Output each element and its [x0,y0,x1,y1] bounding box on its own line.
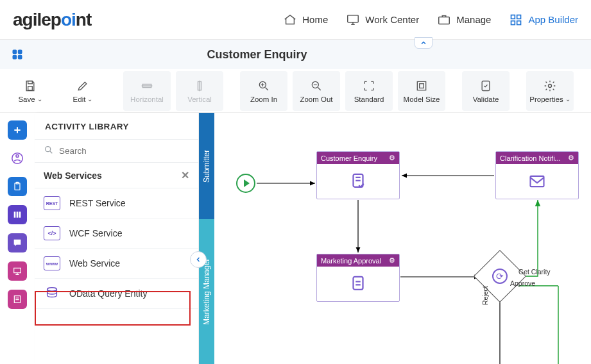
process-canvas[interactable]: Submitter Marketing Manager Cu [199,113,591,364]
activity-label: OData Query Entity [69,288,147,299]
svg-rect-8 [13,55,17,60]
rail-add-button[interactable] [8,120,27,140]
activity-library-panel: ACTIVITY LIBRARY Web Services ✕ REST RES… [35,113,199,364]
apps-grid-button[interactable] [9,46,26,63]
nav-app-builder[interactable]: App Builder [509,13,578,27]
rail-doc-button[interactable] [8,290,27,309]
svg-rect-1 [439,17,450,24]
activity-rest-service[interactable]: REST REST Service [35,188,198,219]
zoom-standard-button[interactable]: Standard [345,71,393,111]
tool-label: Validate [473,95,499,103]
sidebar-title: ACTIVITY LIBRARY [35,113,198,139]
nav-manage[interactable]: Manage [437,13,491,27]
standard-icon [362,79,376,93]
svg-point-29 [47,288,57,292]
monitor-icon [346,13,360,27]
svg-rect-7 [18,50,22,54]
nav-label: Work Center [365,14,419,25]
svg-rect-38 [354,277,363,290]
svg-rect-25 [19,211,21,217]
rail-chat-button[interactable] [8,233,27,252]
svg-rect-27 [14,296,20,303]
properties-button[interactable]: Properties⌄ [526,71,574,111]
svg-rect-11 [28,86,33,90]
tool-label: Model Size [404,95,440,103]
activity-label: REST Service [69,198,126,208]
task-customer-enquiry[interactable]: Customer Enquiry⚙ [316,151,400,199]
align-vertical-icon [193,79,207,93]
search-input[interactable] [59,146,189,156]
edit-button[interactable]: Edit⌄ [59,71,107,111]
close-section-button[interactable]: ✕ [181,169,189,181]
svg-rect-23 [14,211,16,217]
tool-label: Vertical [187,95,212,103]
validate-button[interactable]: Validate [462,71,510,111]
svg-rect-6 [13,50,17,54]
align-horizontal-icon [140,79,154,93]
validate-icon [479,79,493,93]
apps-icon [509,13,523,27]
nav-home[interactable]: Home [283,13,328,27]
header-collapse-toggle[interactable] [415,37,433,49]
web-icon: www [44,256,60,270]
align-horizontal-button[interactable]: Horizontal [123,71,171,111]
sidebar-collapse-button[interactable] [190,251,207,268]
svg-rect-4 [511,21,515,24]
task-title: Customer Enquiry [321,154,377,162]
tool-label: Zoom In [250,95,277,103]
rail-activity-button[interactable] [8,149,27,168]
task-marketing-approval[interactable]: Marketing Approval⚙ [316,254,400,302]
svg-rect-24 [17,211,19,217]
task-title: Marketing Approval [321,257,381,265]
wcf-icon: </> [44,226,60,240]
edges-svg [199,113,591,364]
nav-label: App Builder [528,14,578,25]
gear-icon[interactable]: ⚙ [568,154,574,162]
swimlane-marketing-manager[interactable]: Marketing Manager [199,219,214,364]
rail-present-button[interactable] [8,261,27,281]
tool-label: Zoom Out [300,95,332,103]
start-node[interactable] [236,174,255,193]
logo-text: agilep [13,10,61,29]
swimlane-submitter[interactable]: Submitter [199,113,214,219]
svg-rect-26 [14,268,21,272]
save-button[interactable]: Save⌄ [6,71,54,111]
search-wrap [35,139,198,163]
tool-label: Horizontal [130,95,164,103]
svg-rect-2 [511,15,515,19]
gear-icon[interactable]: ⚙ [389,256,395,265]
edge-label-approve: Approve [510,279,535,287]
logo-text-end: nt [76,10,91,29]
zoom-in-button[interactable]: Zoom In [240,71,287,111]
svg-rect-0 [348,15,359,22]
activity-odata-query-entity[interactable]: OData Query Entity [35,279,198,309]
activity-web-service[interactable]: www Web Service [35,249,198,279]
edge-label-get-clarity: Get Clarity [518,268,551,276]
nav-label: Manage [456,14,491,25]
gear-icon[interactable]: ⚙ [389,154,395,162]
logo-accent: oi [61,10,76,29]
activity-label: WCF Service [69,228,122,238]
align-vertical-button[interactable]: Vertical [176,71,223,111]
chevron-down-icon: ⌄ [37,95,42,103]
svg-rect-3 [517,15,521,19]
chevron-down-icon: ⌄ [565,95,570,103]
page-title: Customer Enquiry [26,48,591,62]
rest-icon: REST [44,196,60,210]
nav-work-center[interactable]: Work Center [346,13,419,27]
rail-clipboard-button[interactable] [8,177,27,196]
zoom-out-button[interactable]: Zoom Out [293,71,340,111]
task-clarification-notification[interactable]: Clarification Notifi...⚙ [495,151,579,199]
zoom-in-icon [257,79,271,93]
briefcase-icon [437,13,451,27]
activity-wcf-service[interactable]: </> WCF Service [35,219,198,249]
tool-label: Edit [73,95,86,103]
save-icon [23,79,37,93]
activity-label: Web Service [69,258,120,269]
search-icon [44,145,54,157]
rail-columns-button[interactable] [8,205,27,224]
svg-rect-39 [531,176,544,186]
svg-point-20 [16,154,19,157]
zoom-model-size-button[interactable]: Model Size [398,71,445,111]
home-icon [283,13,297,27]
